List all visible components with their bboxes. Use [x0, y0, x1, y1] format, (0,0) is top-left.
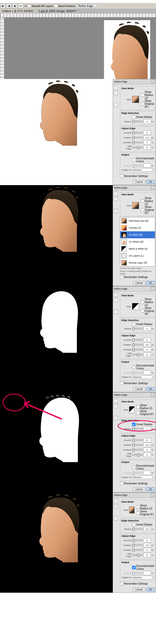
output-to-dropdown[interactable]: Selection▼	[132, 375, 154, 379]
close-icon[interactable]: –	[151, 493, 155, 497]
smart-radius-checkbox[interactable]: Smart Radius	[132, 322, 154, 326]
tool-icon[interactable]: ▦	[12, 3, 17, 8]
show-original-checkbox[interactable]: Show Original (P)	[141, 206, 154, 214]
preview-image	[0, 185, 113, 252]
brush-tool-icon[interactable]	[114, 209, 118, 213]
menu-item-on-layers[interactable]: On Layers (L)	[120, 252, 155, 259]
zoom-icon[interactable]	[114, 192, 118, 196]
feather-input[interactable]	[143, 135, 151, 140]
amount-input	[143, 163, 151, 168]
refine-edge-button[interactable]: Refine Edge...	[76, 4, 97, 8]
view-thumb[interactable]	[132, 202, 139, 209]
amount-slider	[132, 165, 143, 166]
auto-enhance-checkbox[interactable]: Auto-Enhance	[54, 4, 75, 8]
cancel-button[interactable]: Cancel	[133, 387, 145, 391]
tool-icon[interactable]: ◨	[6, 3, 11, 8]
show-original-checkbox[interactable]: Show Original (P)	[141, 99, 154, 108]
smooth-input[interactable]	[143, 131, 151, 135]
view-mode-menu: Marching Ants (M) Overlay (V) On Black (…	[120, 217, 155, 267]
feather-slider[interactable]	[132, 137, 143, 138]
menu-item-bw[interactable]: Black & White (K)	[120, 245, 155, 252]
ruler-horizontal	[0, 13, 156, 17]
shift-slider[interactable]	[132, 147, 143, 148]
tool-icon[interactable]: ◧	[1, 3, 5, 8]
remember-checkbox[interactable]: Remember Settings	[120, 275, 155, 279]
cancel-button[interactable]: Cancel	[133, 487, 145, 491]
radius-slider[interactable]	[132, 121, 143, 122]
output-to-dropdown[interactable]: Selection▼	[132, 168, 154, 172]
sample-all-layers-checkbox[interactable]: Sample All Layers	[28, 4, 53, 8]
menu-item-overlay[interactable]: Overlay (V)	[120, 224, 155, 231]
radius-input[interactable]	[143, 119, 151, 124]
ok-button[interactable]: OK	[146, 588, 155, 591]
annotation-circle	[3, 394, 26, 411]
contrast-input[interactable]	[143, 140, 151, 145]
cancel-button[interactable]: Cancel	[133, 281, 145, 285]
menu-item-on-black[interactable]: On Black (B)	[120, 231, 155, 238]
panel-title: Refine Edge	[114, 80, 127, 83]
smart-radius-checkbox[interactable]: Smart Radius	[132, 115, 154, 119]
view-thumb[interactable]	[132, 96, 139, 103]
remember-checkbox[interactable]: Remember Settings	[120, 174, 155, 178]
shift-input[interactable]	[143, 145, 151, 150]
close-icon[interactable]: –	[151, 80, 155, 84]
menu-item-marching[interactable]: Marching Ants (M)	[120, 217, 155, 224]
smooth-slider[interactable]	[132, 132, 143, 134]
brush-size: 13	[24, 5, 27, 7]
zoom-icon[interactable]	[114, 85, 118, 90]
view-thumb[interactable]	[132, 303, 139, 310]
ruler-vertical	[0, 17, 4, 84]
decontaminate-checkbox[interactable]: Decontaminate Colors	[132, 564, 154, 570]
document-tab[interactable]: 1.jpg @ 100% (Image, RGB/8*) *	[37, 9, 80, 13]
zoom-icon[interactable]	[114, 293, 118, 297]
menu-item-on-white[interactable]: On White (W)	[120, 238, 155, 245]
preview-image	[0, 286, 113, 353]
ok-button[interactable]: OK	[146, 180, 155, 184]
brush-tool-icon[interactable]	[114, 310, 118, 314]
preview-image	[0, 492, 113, 562]
close-icon[interactable]: –	[151, 393, 155, 397]
panel-title: Refine Edge	[114, 186, 127, 189]
cancel-button[interactable]: Cancel	[133, 180, 145, 184]
document-tab[interactable]: Untitled-1 @ 67% (RGB/8) *	[0, 9, 37, 13]
canvas-image	[98, 20, 156, 87]
brush-tool-icon[interactable]	[114, 103, 118, 107]
cancel-button[interactable]: Cancel	[133, 588, 145, 591]
brush-icon[interactable]: ●	[18, 3, 23, 8]
hand-icon[interactable]	[114, 298, 118, 302]
preview-image	[0, 79, 113, 146]
show-radius-checkbox[interactable]: Show Radius (J)	[141, 91, 154, 99]
hand-icon[interactable]	[114, 91, 118, 95]
ok-button[interactable]: OK	[146, 281, 155, 285]
close-icon[interactable]: –	[151, 186, 155, 190]
show-radius-checkbox[interactable]: Show Radius (J)	[141, 197, 154, 206]
decontaminate-checkbox[interactable]: Decontaminate Colors	[132, 157, 154, 163]
ok-button[interactable]: OK	[146, 487, 155, 491]
hand-icon[interactable]	[114, 197, 118, 201]
menu-item-reveal[interactable]: Reveal Layer (R)	[120, 259, 155, 266]
close-icon[interactable]: –	[151, 287, 155, 291]
ok-button[interactable]: OK	[146, 387, 155, 391]
panel-title: Refine Edge	[114, 287, 127, 290]
contrast-slider[interactable]	[132, 142, 143, 143]
